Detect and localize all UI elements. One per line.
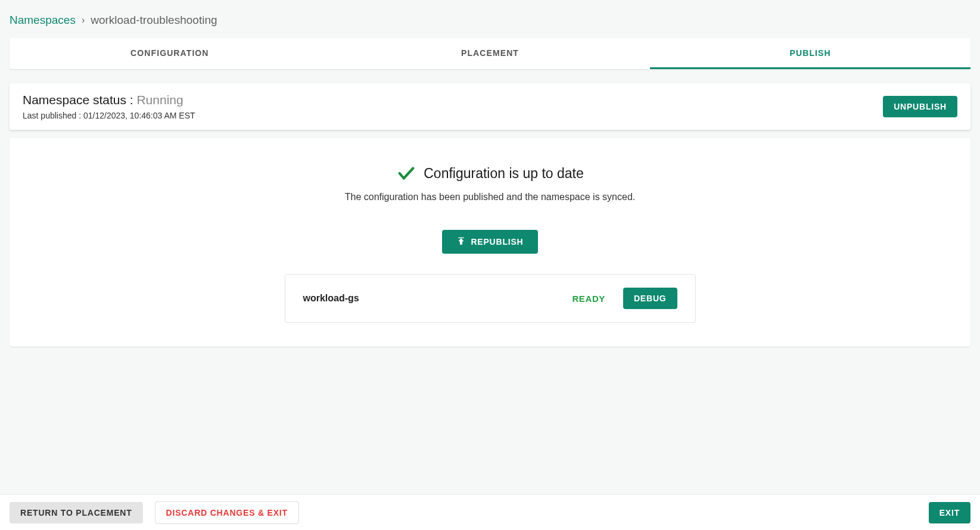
publish-up-icon (456, 237, 466, 247)
last-published-label: Last published : (23, 111, 83, 120)
discard-changes-exit-button[interactable]: DISCARD CHANGES & EXIT (155, 501, 299, 524)
tab-publish[interactable]: PUBLISH (650, 38, 970, 69)
svg-rect-0 (459, 238, 464, 238)
last-published-value: 01/12/2023, 10:46:03 AM EST (83, 111, 195, 120)
tabs: CONFIGURATION PLACEMENT PUBLISH (10, 38, 970, 69)
tab-placement[interactable]: PLACEMENT (330, 38, 651, 69)
workload-name: workload-gs (303, 293, 555, 304)
config-status-header: Configuration is up to date (396, 163, 584, 183)
return-to-placement-button[interactable]: RETURN TO PLACEMENT (10, 502, 143, 523)
namespace-status-title: Namespace status : Running (23, 93, 195, 107)
namespace-status-value: Running (136, 93, 183, 107)
tab-configuration[interactable]: CONFIGURATION (10, 38, 330, 69)
breadcrumb-separator: › (82, 15, 85, 26)
republish-button[interactable]: REPUBLISH (442, 230, 537, 254)
footer-bar: RETURN TO PLACEMENT DISCARD CHANGES & EX… (0, 494, 980, 530)
breadcrumb: Namespaces › workload-troubleshooting (10, 10, 970, 31)
checkmark-icon (396, 163, 416, 183)
last-published-text: Last published : 01/12/2023, 10:46:03 AM… (23, 111, 195, 120)
workload-status-badge: READY (572, 294, 605, 304)
config-status-heading: Configuration is up to date (424, 166, 584, 182)
exit-button[interactable]: EXIT (929, 502, 970, 523)
publish-main-card: Configuration is up to date The configur… (10, 138, 970, 347)
namespace-status-card: Namespace status : Running Last publishe… (10, 83, 970, 130)
unpublish-button[interactable]: UNPUBLISH (883, 96, 957, 117)
breadcrumb-current: workload-troubleshooting (91, 14, 217, 27)
debug-button[interactable]: DEBUG (623, 288, 677, 309)
breadcrumb-root-link[interactable]: Namespaces (10, 14, 76, 27)
namespace-status-label: Namespace status : (23, 93, 136, 107)
status-info: Namespace status : Running Last publishe… (23, 93, 195, 120)
workload-row: workload-gs READY DEBUG (285, 274, 696, 323)
republish-label: REPUBLISH (471, 237, 523, 247)
config-status-subtext: The configuration has been published and… (345, 192, 635, 202)
